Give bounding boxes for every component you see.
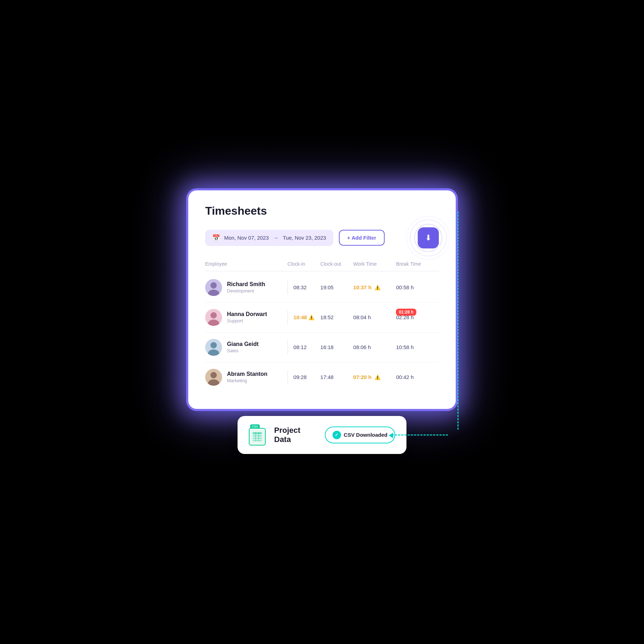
employee-dept: Marketing [227, 378, 267, 383]
svg-point-7 [210, 342, 217, 348]
date-range-button[interactable]: 📅 Mon, Nov 07, 2023 → Tue, Nov 23, 2023 [205, 230, 333, 246]
table-row: Giana Geidt Sales 08:12 16:18 08:06 h 10… [205, 333, 439, 362]
employee-info: Giana Geidt Sales [227, 341, 259, 353]
work-time-value: 10:37 h [353, 284, 372, 290]
bottom-card: CSV Project Data ✓ CSV Downloaded [238, 416, 406, 454]
svg-point-4 [210, 312, 217, 318]
date-end-label: Tue, Nov 23, 2023 [283, 235, 326, 241]
connector-line-vertical [457, 211, 459, 430]
clock-out-value: 16:18 [320, 344, 334, 350]
table-header: Employee Clock-in Clock-out Work Time Br… [205, 261, 439, 271]
download-button-wrapper: ⬇ ▶ [418, 227, 439, 248]
svg-point-10 [210, 372, 217, 378]
main-card: Timesheets 📅 Mon, Nov 07, 2023 → Tue, No… [188, 190, 456, 409]
break-time-value: 00:58 h [396, 284, 413, 290]
project-data-label: Project Data [274, 426, 318, 444]
add-filter-button[interactable]: + Add Filter [339, 230, 385, 246]
download-button[interactable]: ⬇ ▶ [418, 227, 439, 248]
employee-dept: Development [227, 288, 265, 293]
check-icon: ✓ [333, 431, 341, 439]
warning-icon: ⚠️ [308, 315, 314, 320]
employee-name: Giana Geidt [227, 341, 259, 347]
filter-bar: 📅 Mon, Nov 07, 2023 → Tue, Nov 23, 2023 … [205, 227, 439, 248]
col-employee: Employee [205, 261, 288, 267]
employee-cell: Richard Smith Development [205, 279, 288, 296]
work-time-value: 08:04 h [353, 314, 371, 320]
employee-name: Hanna Dorwart [227, 311, 267, 317]
break-time-cell: 10:58 h [396, 344, 439, 351]
col-worktime: Work Time [353, 261, 396, 267]
break-time-value: 10:58 h [396, 344, 413, 350]
employee-info: Abram Stanton Marketing [227, 371, 267, 383]
page-title: Timesheets [205, 204, 439, 217]
svg-rect-14 [253, 437, 262, 439]
break-badge: 01:28 h [396, 309, 416, 316]
table-row: Hanna Dorwart Support 10:48 ⚠️ 18:52 08:… [205, 303, 439, 333]
add-filter-label: + Add Filter [347, 235, 376, 241]
clock-in-value: 08:32 [293, 284, 307, 290]
employee-info: Hanna Dorwart Support [227, 311, 267, 323]
col-clockout: Clock-out [320, 261, 353, 267]
csv-table-icon [252, 432, 262, 442]
clock-out-value: 19:05 [320, 284, 334, 290]
csv-downloaded-badge: ✓ CSV Downloaded [325, 427, 395, 443]
employee-name: Abram Stanton [227, 371, 267, 377]
arrow-icon: → [273, 235, 279, 241]
calendar-icon: 📅 [212, 234, 220, 242]
csv-body [249, 428, 266, 446]
break-time-cell: 00:42 h [396, 374, 439, 380]
cursor-icon: ▶ [438, 243, 443, 251]
svg-rect-15 [253, 440, 262, 441]
clock-out-value: 17:48 [320, 374, 334, 380]
warning-icon: ⚠️ [374, 285, 380, 290]
employee-dept: Sales [227, 348, 259, 353]
work-time-value: 08:06 h [353, 344, 371, 350]
table-row: Abram Stanton Marketing 09:28 17:48 07:2… [205, 362, 439, 392]
clock-in-value: 08:12 [293, 344, 307, 350]
employee-cell: Giana Geidt Sales [205, 339, 288, 356]
svg-rect-12 [253, 432, 262, 434]
clock-in-value: 10:48 [293, 314, 307, 320]
col-clockin: Clock-in [288, 261, 321, 267]
csv-label: CSV [250, 424, 260, 429]
avatar [205, 369, 222, 386]
csv-downloaded-label: CSV Downloaded [344, 432, 387, 438]
csv-icon-wrapper: CSV [249, 424, 267, 446]
avatar [205, 339, 222, 356]
avatar [205, 309, 222, 326]
col-breaktime: Break Time [396, 261, 439, 267]
employee-info: Richard Smith Development [227, 281, 265, 293]
work-time-value: 07:20 h [353, 374, 372, 380]
clock-out-value: 18:52 [320, 314, 334, 320]
bottom-section: CSV Project Data ✓ CSV Downloaded [188, 416, 456, 454]
break-time-value: 00:42 h [396, 374, 413, 380]
date-start-label: Mon, Nov 07, 2023 [224, 235, 269, 241]
break-time-cell: 01:28 h 02:28 h [396, 314, 439, 321]
clock-in-value: 09:28 [293, 374, 307, 380]
employee-cell: Abram Stanton Marketing [205, 369, 288, 386]
break-time-cell: 00:58 h [396, 284, 439, 291]
table-row: Richard Smith Development 08:32 19:05 10… [205, 273, 439, 303]
download-icon: ⬇ [425, 233, 431, 242]
warning-icon: ⚠️ [374, 374, 380, 380]
employee-name: Richard Smith [227, 281, 265, 288]
svg-point-1 [210, 282, 217, 289]
employee-cell: Hanna Dorwart Support [205, 309, 288, 326]
avatar [205, 279, 222, 296]
employee-dept: Support [227, 318, 267, 323]
svg-rect-13 [253, 435, 262, 437]
